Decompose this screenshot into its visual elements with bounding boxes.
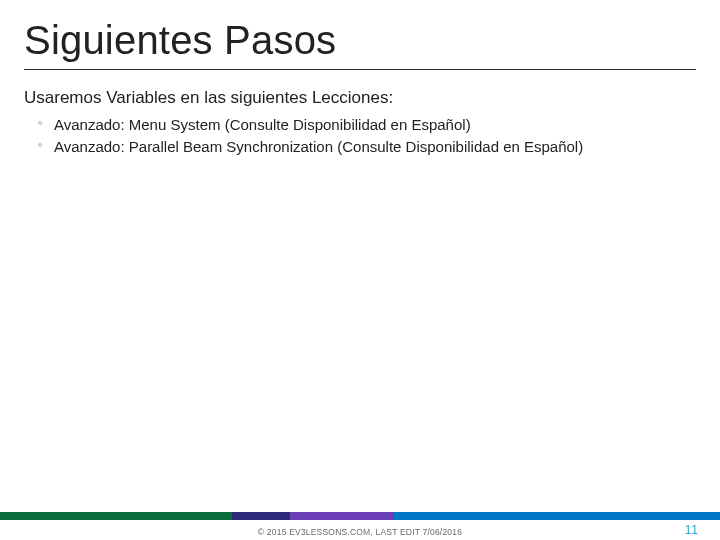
stripe-segment-blue xyxy=(394,512,720,520)
subheading: Usaremos Variables en las siguientes Lec… xyxy=(0,88,720,114)
stripe-segment-green xyxy=(0,512,232,520)
title-rule xyxy=(24,69,696,70)
slide-title: Siguientes Pasos xyxy=(0,0,720,69)
page-number: 11 xyxy=(685,523,698,537)
list-item: Avanzado: Parallel Beam Synchronization … xyxy=(44,136,720,158)
bullet-list: Avanzado: Menu System (Consulte Disponib… xyxy=(0,114,720,158)
slide: Siguientes Pasos Usaremos Variables en l… xyxy=(0,0,720,540)
list-item: Avanzado: Menu System (Consulte Disponib… xyxy=(44,114,720,136)
stripe-segment-purple xyxy=(290,512,394,520)
copyright-text: © 2015 EV3LESSONS.COM, LAST EDIT 7/06/20… xyxy=(0,527,720,537)
footer-stripe xyxy=(0,512,720,520)
stripe-segment-navy xyxy=(232,512,290,520)
